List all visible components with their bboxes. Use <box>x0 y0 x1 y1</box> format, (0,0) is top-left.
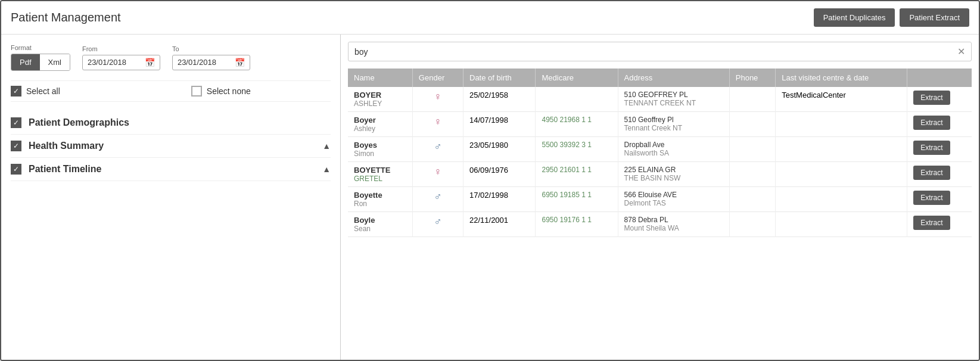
to-date-input[interactable] <box>178 58 231 67</box>
cell-gender: ♂ <box>412 212 463 237</box>
address-line1: 566 Elouise AVE <box>624 191 723 199</box>
cell-name: Boyer Ashley <box>348 112 412 137</box>
patient-extract-button[interactable]: Patient Extract <box>900 8 969 27</box>
gender-icon: ♂ <box>434 141 442 153</box>
header-buttons: Patient Duplicates Patient Extract <box>814 8 969 27</box>
clear-search-icon[interactable]: ✕ <box>957 46 965 57</box>
cell-medicare: 2950 21601 1 1 <box>536 162 618 187</box>
address-line2: Delmont TAS <box>624 199 723 207</box>
cell-medicare: 6950 19185 1 1 <box>536 187 618 212</box>
cell-gender: ♀ <box>412 87 463 112</box>
section-patient-timeline[interactable]: Patient Timeline ▲ <box>11 158 331 181</box>
extract-button[interactable]: Extract <box>913 216 950 230</box>
format-label: Format <box>11 44 70 51</box>
cell-last-visited <box>776 112 907 137</box>
cell-dob: 06/09/1976 <box>463 162 536 187</box>
section-timeline-checkbox[interactable] <box>11 164 21 175</box>
patient-name-lower: ASHLEY <box>354 99 406 108</box>
address-line2: Nailsworth SA <box>624 149 723 157</box>
cell-address: 878 Debra PL Mount Sheila WA <box>618 212 729 237</box>
patients-table: Name Gender Date of birth Medicare Addre… <box>348 69 972 237</box>
select-none-label: Select none <box>207 86 251 96</box>
to-calendar-icon[interactable]: 📅 <box>235 58 245 67</box>
from-calendar-icon[interactable]: 📅 <box>145 58 155 67</box>
section-health-label: Health Summary <box>29 141 315 151</box>
format-pdf-button[interactable]: Pdf <box>11 54 40 70</box>
gender-icon: ♀ <box>434 116 442 127</box>
extract-button[interactable]: Extract <box>913 191 950 205</box>
cell-name: Boyette Ron <box>348 187 412 212</box>
gender-icon: ♂ <box>434 191 442 203</box>
extract-button[interactable]: Extract <box>913 141 950 155</box>
table-header-row: Name Gender Date of birth Medicare Addre… <box>348 69 972 87</box>
address-line1: 510 Geoffrey Pl <box>624 116 723 124</box>
header: Patient Management Patient Duplicates Pa… <box>1 1 979 35</box>
col-last-visited: Last visited centre & date <box>776 69 907 87</box>
extract-button[interactable]: Extract <box>913 166 950 180</box>
cell-address: 510 GEOFFREY PL TENNANT CREEK NT <box>618 87 729 112</box>
table-row: BOYER ASHLEY ♀ 25/02/1958 510 GEOFFREY P… <box>348 87 972 112</box>
section-health-checkbox[interactable] <box>11 141 21 151</box>
patient-name-upper: BOYER <box>354 91 406 99</box>
patient-name-lower: Simon <box>354 150 406 158</box>
select-all-checkbox[interactable] <box>11 86 21 97</box>
address-line1: 878 Debra PL <box>624 216 723 224</box>
gender-icon: ♂ <box>434 216 442 228</box>
patient-name-upper: Boyle <box>354 216 406 225</box>
cell-phone <box>729 212 776 237</box>
table-row: Boyette Ron ♂ 17/02/1998 6950 19185 1 1 … <box>348 187 972 212</box>
left-panel: Format Pdf Xml From 📅 To <box>1 35 341 360</box>
select-none-checkbox[interactable] <box>191 86 202 97</box>
col-dob: Date of birth <box>463 69 536 87</box>
table-row: BOYETTE GRETEL ♀ 06/09/1976 2950 21601 1… <box>348 162 972 187</box>
patient-timeline-collapse-icon[interactable]: ▲ <box>322 164 331 174</box>
cell-last-visited <box>776 162 907 187</box>
cell-phone <box>729 137 776 162</box>
address-line2: TENNANT CREEK NT <box>624 99 723 107</box>
cell-dob: 17/02/1998 <box>463 187 536 212</box>
health-summary-collapse-icon[interactable]: ▲ <box>322 141 331 151</box>
cell-extract: Extract <box>907 212 972 237</box>
address-line1: 510 GEOFFREY PL <box>624 91 723 99</box>
select-all-wrap: Select all <box>11 86 60 97</box>
to-label: To <box>172 45 250 52</box>
extract-button[interactable]: Extract <box>913 116 950 130</box>
cell-medicare: 5500 39392 3 1 <box>536 137 618 162</box>
to-date-wrap: 📅 <box>172 55 250 70</box>
cell-extract: Extract <box>907 112 972 137</box>
section-patient-demographics[interactable]: Patient Demographics <box>11 111 331 135</box>
format-date-row: Format Pdf Xml From 📅 To <box>11 44 331 71</box>
cell-dob: 22/11/2001 <box>463 212 536 237</box>
cell-extract: Extract <box>907 162 972 187</box>
section-demographics-label: Patient Demographics <box>29 117 331 128</box>
cell-gender: ♀ <box>412 112 463 137</box>
extract-button[interactable]: Extract <box>913 91 950 105</box>
cell-gender: ♂ <box>412 137 463 162</box>
col-phone: Phone <box>729 69 776 87</box>
format-xml-button[interactable]: Xml <box>40 54 70 70</box>
cell-dob: 14/07/1998 <box>463 112 536 137</box>
cell-phone <box>729 162 776 187</box>
page-title: Patient Management <box>11 11 121 24</box>
cell-phone <box>729 187 776 212</box>
select-none-wrap: Select none <box>191 86 251 97</box>
cell-gender: ♂ <box>412 187 463 212</box>
search-wrap: ✕ <box>348 42 972 61</box>
patient-name-lower: Sean <box>354 225 406 233</box>
col-medicare: Medicare <box>536 69 618 87</box>
cell-last-visited <box>776 187 907 212</box>
address-line1: Dropball Ave <box>624 141 723 149</box>
cell-phone <box>729 87 776 112</box>
format-group: Format Pdf Xml <box>11 44 70 71</box>
col-name: Name <box>348 69 412 87</box>
cell-extract: Extract <box>907 137 972 162</box>
table-row: Boyes Simon ♂ 23/05/1980 5500 39392 3 1 … <box>348 137 972 162</box>
section-demographics-checkbox[interactable] <box>11 117 21 128</box>
search-input[interactable] <box>354 47 957 57</box>
from-date-input[interactable] <box>88 58 141 67</box>
patient-name-upper: Boyes <box>354 141 406 150</box>
cell-address: 510 Geoffrey Pl Tennant Creek NT <box>618 112 729 137</box>
section-health-summary[interactable]: Health Summary ▲ <box>11 135 331 158</box>
patient-duplicates-button[interactable]: Patient Duplicates <box>814 8 895 27</box>
address-line1: 225 ELAINA GR <box>624 166 723 174</box>
